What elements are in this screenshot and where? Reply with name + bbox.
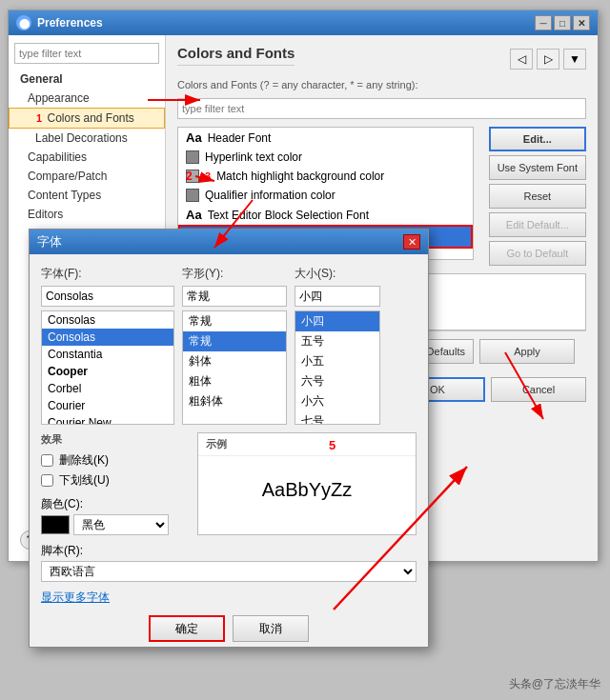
font-name-item-constantia[interactable]: Constantia — [42, 346, 173, 363]
go-to-default-button[interactable]: Go to Default — [489, 241, 586, 266]
font-style-list: 常规 常规 斜体 粗体 粗斜体 — [182, 310, 287, 425]
script-select[interactable]: 西欧语言 — [41, 561, 417, 582]
watermark: 头条@了忘淡年华 — [509, 676, 600, 692]
sidebar-item-appearance[interactable]: Appearance — [9, 89, 165, 108]
effects-label: 效果 — [41, 432, 174, 447]
font-style-regular-1[interactable]: 常规 — [183, 311, 286, 331]
sample-text: AaBbYyZz — [198, 456, 416, 523]
toolbar-icons: ◁ ▷ ▼ — [510, 49, 586, 70]
strikethrough-checkbox[interactable] — [41, 454, 53, 467]
font-name-item-consolas-header[interactable]: Consolas — [42, 311, 173, 329]
edit-button[interactable]: Edit... — [489, 127, 586, 151]
sidebar-item-editors[interactable]: Editors — [9, 205, 165, 224]
menu-button[interactable]: ▼ — [563, 49, 586, 70]
font-style-input[interactable] — [182, 286, 287, 307]
font-size-input[interactable] — [295, 286, 380, 307]
font-size-6[interactable]: 六号 — [295, 371, 379, 391]
font-size-list: 小四 五号 小五 六号 小六 七号 八号 — [295, 310, 380, 425]
font-name-item-courier[interactable]: Courier — [42, 397, 173, 414]
window-title: Preferences — [37, 16, 103, 30]
font-list-item-qualifier[interactable]: Qualifier information color — [178, 186, 473, 205]
font-list-item-header-font[interactable]: Aa Header Font — [178, 128, 473, 148]
back-button[interactable]: ◁ — [510, 49, 533, 70]
font-aa-icon: Aa — [186, 130, 202, 145]
sidebar-item-capabilities[interactable]: Capabilities — [9, 148, 165, 167]
more-fonts-link[interactable]: 显示更多字体 — [41, 590, 417, 606]
font-name-item-corbel[interactable]: Corbel — [42, 380, 173, 397]
color-dropdown[interactable]: 黑色 — [73, 514, 169, 535]
font-dialog-bottom-buttons: 确定 取消 — [41, 615, 417, 642]
font-dialog-cancel-button[interactable]: 取消 — [233, 615, 309, 642]
font-style-column: 字形(Y): 常规 常规 斜体 粗体 粗斜体 — [182, 266, 287, 425]
sidebar-item-general[interactable]: General — [9, 70, 165, 89]
maximize-button[interactable]: □ — [554, 15, 571, 30]
use-system-font-button[interactable]: Use System Font — [489, 155, 586, 180]
underline-checkbox[interactable] — [41, 474, 53, 487]
font-style-label: 字形(Y): — [182, 266, 287, 282]
font-style-bold-italic[interactable]: 粗斜体 — [183, 391, 286, 411]
font-size-column: 大小(S): 小四 五号 小五 六号 小六 七号 八号 — [295, 266, 380, 425]
strikethrough-label: 删除线(K) — [59, 452, 109, 469]
edit-default-button[interactable]: Edit Default... — [489, 212, 586, 237]
effects-sample-row: 效果 删除线(K) 下划线(U) 颜色(C): 黑色 — [41, 432, 417, 535]
font-list-item-match-highlight[interactable]: 3 Match highlight background color — [178, 167, 473, 186]
font-list-item-hyperlink[interactable]: Hyperlink text color — [178, 148, 473, 167]
font-style-bold[interactable]: 粗体 — [183, 371, 286, 391]
color-select: 黑色 — [41, 514, 174, 535]
sample-label: 示例 — [198, 433, 416, 456]
close-button[interactable]: ✕ — [573, 15, 590, 30]
font-name-input[interactable] — [41, 286, 174, 307]
sidebar-item-content-types[interactable]: Content Types — [9, 186, 165, 205]
reset-button[interactable]: Reset — [489, 184, 586, 209]
titlebar: ⬤ Preferences ─ □ ✕ — [9, 10, 598, 35]
script-column: 脚本(R): 西欧语言 — [41, 543, 417, 582]
font-name-item-courier-new[interactable]: Courier New — [42, 414, 173, 425]
font-dialog-close-button[interactable]: ✕ — [403, 234, 420, 250]
forward-button[interactable]: ▷ — [537, 49, 559, 70]
font-list-item-editor-block[interactable]: Aa Text Editor Block Selection Font — [178, 205, 473, 225]
color-swatch-qualifier — [186, 189, 199, 202]
content-subtitle: Colors and Fonts (? = any character, * =… — [177, 79, 586, 90]
color-row: 颜色(C): 黑色 — [41, 496, 174, 535]
font-size-7[interactable]: 七号 — [295, 411, 379, 425]
font-style-italic[interactable]: 斜体 — [183, 351, 286, 371]
step-number-1: 1 — [36, 112, 42, 124]
script-label: 脚本(R): — [41, 543, 417, 559]
sample-section: 示例 AaBbYyZz — [197, 432, 417, 535]
font-size-xiao6[interactable]: 小六 — [295, 391, 379, 411]
cancel-button[interactable]: Cancel — [491, 377, 586, 402]
font-name-item-cooper[interactable]: Cooper — [42, 363, 173, 380]
font-name-item-consolas[interactable]: Consolas — [42, 329, 173, 346]
sidebar-filter-input[interactable] — [14, 43, 159, 64]
sidebar-item-colors-fonts[interactable]: 1 Colors and Fonts — [9, 108, 165, 129]
font-name-column: 字体(F): Consolas Consolas Constantia Coop… — [41, 266, 174, 425]
font-dialog-titlebar: 字体 ✕ — [30, 230, 428, 254]
font-dialog-confirm-button[interactable]: 确定 — [149, 615, 225, 642]
step-number-3: 3 — [205, 170, 211, 182]
sidebar-item-label-decorations[interactable]: Label Decorations — [9, 129, 165, 148]
titlebar-controls: ─ □ ✕ — [535, 15, 590, 30]
minimize-button[interactable]: ─ — [535, 15, 552, 30]
step-label-2: 2 — [186, 170, 193, 183]
font-style-regular-2[interactable]: 常规 — [183, 331, 286, 351]
color-swatch-hyperlink — [186, 150, 199, 164]
color-label: 颜色(C): — [41, 496, 174, 512]
apply-button[interactable]: Apply — [479, 339, 575, 364]
font-size-xiao5[interactable]: 小五 — [295, 351, 379, 371]
font-size-xiao4[interactable]: 小四 — [295, 311, 379, 331]
effects-section: 效果 删除线(K) 下划线(U) 颜色(C): 黑色 — [41, 432, 174, 535]
font-name-label: 字体(F): — [41, 266, 174, 282]
step-label-5: 5 — [329, 438, 336, 452]
underline-label: 下划线(U) — [59, 472, 110, 489]
underline-row: 下划线(U) — [41, 472, 174, 489]
font-size-label: 大小(S): — [295, 266, 380, 282]
titlebar-left: ⬤ Preferences — [16, 15, 103, 30]
font-dialog: 字体 ✕ 字体(F): Consolas Consolas Constantia… — [29, 229, 429, 648]
sidebar-item-compare[interactable]: Compare/Patch — [9, 167, 165, 186]
strikethrough-row: 删除线(K) — [41, 452, 174, 469]
content-filter-input[interactable] — [177, 98, 586, 119]
content-top-row: Colors and Fonts ◁ ▷ ▼ — [177, 45, 586, 73]
font-size-5[interactable]: 五号 — [295, 331, 379, 351]
font-inputs-row: 字体(F): Consolas Consolas Constantia Coop… — [41, 266, 417, 425]
font-dialog-body: 字体(F): Consolas Consolas Constantia Coop… — [30, 254, 428, 653]
